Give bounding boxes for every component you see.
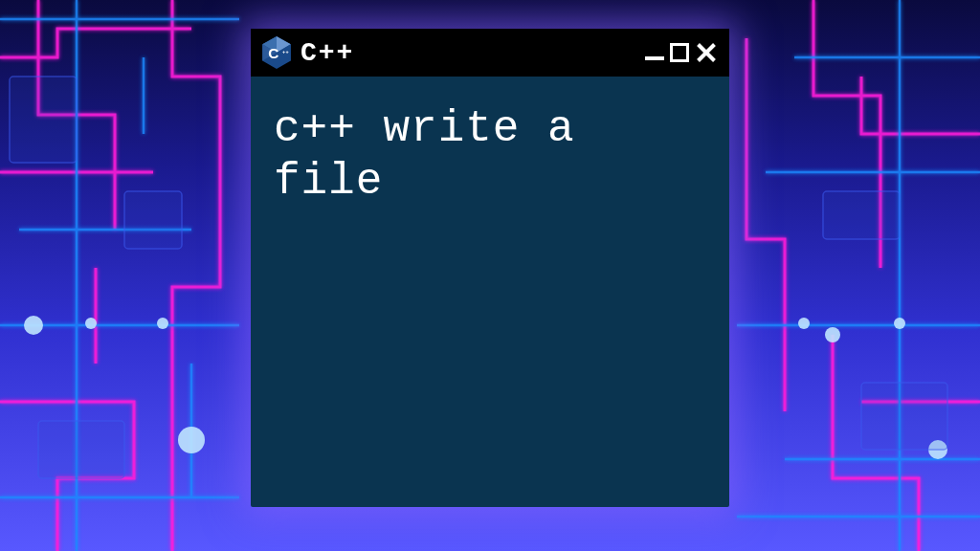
cpp-logo-icon: C + + bbox=[262, 36, 291, 69]
close-icon[interactable] bbox=[695, 41, 718, 64]
maximize-icon[interactable] bbox=[670, 43, 689, 62]
window-controls bbox=[645, 41, 718, 64]
svg-point-5 bbox=[85, 318, 97, 329]
svg-rect-13 bbox=[38, 421, 124, 478]
svg-text:C: C bbox=[268, 45, 278, 61]
body-text: c++ write a file bbox=[274, 104, 575, 207]
svg-rect-10 bbox=[124, 191, 182, 249]
app-window: C + + C++ c++ write a file bbox=[251, 29, 729, 507]
svg-point-7 bbox=[894, 318, 905, 329]
svg-point-1 bbox=[24, 316, 43, 335]
svg-rect-12 bbox=[861, 383, 947, 450]
svg-rect-9 bbox=[10, 77, 77, 163]
svg-text:+: + bbox=[285, 49, 288, 55]
window-title: C++ bbox=[301, 38, 635, 68]
svg-point-2 bbox=[178, 427, 205, 453]
svg-point-4 bbox=[157, 318, 168, 329]
svg-rect-11 bbox=[823, 191, 900, 239]
minimize-icon[interactable] bbox=[645, 56, 664, 60]
svg-text:+: + bbox=[282, 49, 285, 55]
titlebar[interactable]: C + + C++ bbox=[251, 29, 729, 77]
svg-point-3 bbox=[825, 327, 840, 342]
window-body: c++ write a file bbox=[251, 77, 729, 235]
svg-point-6 bbox=[798, 318, 810, 329]
